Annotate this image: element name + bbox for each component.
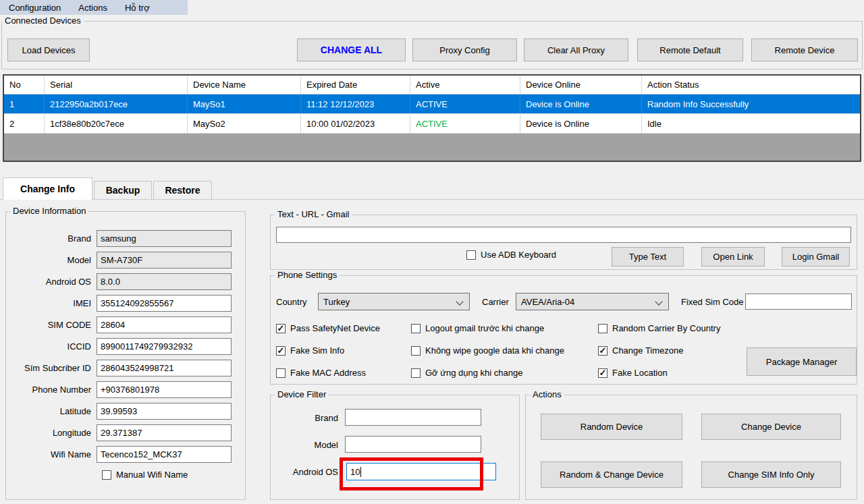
menu-item-actions[interactable]: Actions	[70, 0, 116, 15]
carrier-select-value: AVEA/Aria-04	[521, 297, 574, 307]
menu-item-configuration[interactable]: Configuration	[0, 0, 70, 15]
device-row-1[interactable]: 1 2122950a2b017ece MaySo1 11:12 12/12/20…	[4, 94, 860, 114]
proxy-config-button[interactable]: Proxy Config	[412, 38, 517, 61]
header-cell-no[interactable]: No	[4, 76, 45, 94]
actions-group-label: Actions	[530, 389, 564, 399]
longitude-input[interactable]: 29.371387	[97, 424, 232, 441]
clear-all-proxy-button[interactable]: Clear All Proxy	[524, 38, 628, 61]
field-row-sim-code: SIM CODE 28604	[10, 316, 232, 333]
fake-mac-address-checkbox-label: Fake MAC Address	[290, 368, 366, 378]
fixed-sim-code-label: Fixed Sim Code	[681, 297, 743, 307]
wifi-name-label: Wifi Name	[10, 449, 97, 459]
imei-label: IMEI	[10, 298, 97, 308]
header-cell-action-status[interactable]: Action Status	[642, 76, 860, 94]
devices-table: No Serial Device Name Expired Date Activ…	[3, 74, 861, 162]
random-change-device-button[interactable]: Random & Change Device	[541, 461, 682, 488]
header-cell-expired-date[interactable]: Expired Date	[301, 76, 410, 94]
tab-change-info[interactable]: Change Info	[3, 177, 92, 200]
text-url-gmail-group-label: Text - URL - Gmail	[275, 209, 352, 219]
phone-settings-group: Phone Settings Country Turkey Carrier AV…	[270, 275, 857, 385]
iccid-input[interactable]: 8990011749279932932	[97, 338, 232, 355]
field-row-brand: Brand samsung	[10, 230, 232, 247]
fake-sim-info-checkbox[interactable]: Fake Sim Info	[276, 345, 344, 356]
iccid-label: ICCID	[10, 341, 97, 352]
filter-model-input[interactable]	[345, 436, 481, 453]
fake-mac-address-checkbox-box	[276, 368, 286, 378]
sim-code-input[interactable]: 28604	[97, 316, 232, 333]
device-filter-group-label: Device Filter	[275, 389, 329, 399]
android-os-input[interactable]: 8.0.0	[97, 273, 232, 290]
fixed-sim-code-input[interactable]	[745, 293, 852, 310]
fake-sim-info-checkbox-label: Fake Sim Info	[290, 345, 344, 356]
change-all-button[interactable]: CHANGE ALL	[297, 38, 406, 61]
random-carrier-checkbox-label: Random Carrier By Country	[612, 323, 720, 333]
menu-item-ho-tro[interactable]: Hỗ trợ	[116, 0, 159, 15]
sim-subscriber-input[interactable]: 286043524998721	[97, 360, 232, 376]
header-cell-device-online[interactable]: Device Online	[520, 76, 642, 94]
table-header: No Serial Device Name Expired Date Activ…	[4, 76, 860, 94]
remote-default-button[interactable]: Remote Default	[637, 38, 743, 61]
package-manager-button[interactable]: Package Manager	[747, 347, 857, 376]
field-row-iccid: ICCID 8990011749279932932	[10, 338, 232, 355]
text-url-input[interactable]	[276, 227, 851, 243]
device-row-2[interactable]: 2 1cf38e80b20c7ece MaySo2 10:00 01/02/20…	[4, 114, 860, 134]
manual-wifi-checkbox[interactable]: Manual Wifi Name	[102, 470, 188, 480]
use-adb-keyboard-checkbox[interactable]: Use ADB Keyboard	[466, 250, 556, 260]
fake-mac-address-checkbox[interactable]: Fake MAC Address	[276, 368, 366, 378]
wifi-name-input[interactable]: Tecenco152_MCK37	[97, 446, 232, 463]
tab-backup[interactable]: Backup	[94, 181, 152, 199]
device-information-group-label: Device Information	[10, 206, 88, 216]
random-device-button[interactable]: Random Device	[541, 414, 682, 440]
carrier-select[interactable]: AVEA/Aria-04	[516, 293, 669, 310]
model-input[interactable]: SM-A730F	[97, 252, 232, 269]
filter-brand-input[interactable]	[345, 409, 481, 426]
header-cell-serial[interactable]: Serial	[45, 76, 188, 94]
random-carrier-checkbox[interactable]: Random Carrier By Country	[598, 323, 720, 333]
change-sim-info-only-button[interactable]: Change SIM Info Only	[701, 461, 841, 488]
login-gmail-button[interactable]: Login Gmail	[782, 247, 850, 267]
brand-input[interactable]: samsung	[97, 230, 232, 247]
filter-android-os-value: 10	[350, 467, 360, 477]
pass-safetynet-checkbox[interactable]: Pass SafetyNet Device	[276, 323, 380, 333]
manual-wifi-checkbox-box	[102, 470, 111, 480]
filter-brand-label: Brand	[284, 413, 338, 423]
country-select[interactable]: Turkey	[318, 293, 470, 310]
open-link-button[interactable]: Open Link	[701, 247, 765, 267]
header-cell-device-name[interactable]: Device Name	[188, 76, 301, 94]
load-devices-button[interactable]: Load Devices	[7, 38, 90, 61]
latitude-input[interactable]: 39.99593	[97, 403, 232, 420]
khong-wipe-google-data-checkbox[interactable]: Không wipe google data khi change	[411, 345, 564, 356]
use-adb-keyboard-checkbox-label: Use ADB Keyboard	[481, 250, 556, 260]
tab-restore[interactable]: Restore	[153, 181, 212, 199]
phone-settings-group-label: Phone Settings	[275, 270, 340, 280]
type-text-button[interactable]: Type Text	[612, 247, 684, 267]
table-empty-area	[4, 134, 860, 161]
cell-device-online: Device is Online	[520, 94, 642, 113]
chevron-down-icon	[655, 298, 662, 305]
header-cell-active[interactable]: Active	[410, 76, 520, 94]
pass-safetynet-checkbox-label: Pass SafetyNet Device	[290, 323, 380, 333]
connected-devices-group: Connected Devices Load Devices CHANGE AL…	[1, 21, 863, 69]
filter-android-os-input[interactable]: 10	[346, 463, 496, 480]
manual-wifi-checkbox-label: Manual Wifi Name	[116, 470, 188, 480]
tabstrip-divider	[0, 199, 864, 200]
imei-input[interactable]: 355124092855567	[97, 295, 232, 312]
use-adb-keyboard-checkbox-box	[466, 250, 476, 260]
device-filter-group: Device Filter Brand Model Android OS 10	[270, 395, 520, 500]
go-ung-dung-checkbox[interactable]: Gỡ ứng dụng khi change	[411, 368, 522, 378]
change-timezone-checkbox[interactable]: Change Timezone	[598, 345, 684, 356]
fake-location-checkbox[interactable]: Fake Location	[598, 368, 668, 378]
carrier-label: Carrier	[482, 297, 509, 307]
go-ung-dung-checkbox-label: Gỡ ứng dụng khi change	[425, 368, 522, 378]
field-row-model: Model SM-A730F	[10, 252, 232, 269]
remote-device-button[interactable]: Remote Device	[751, 38, 858, 61]
cell-serial: 1cf38e80b20c7ece	[45, 114, 188, 133]
change-timezone-checkbox-box	[598, 346, 608, 356]
connected-devices-group-label: Connected Devices	[2, 16, 84, 26]
cell-active: ACTIVE	[410, 114, 520, 133]
logout-gmail-checkbox[interactable]: Logout gmail trước khi change	[411, 323, 544, 333]
phone-number-input[interactable]: +90376801978	[97, 381, 232, 398]
khong-wipe-google-data-checkbox-label: Không wipe google data khi change	[425, 345, 564, 356]
cell-device-online: Device is Online	[520, 114, 642, 133]
change-device-button[interactable]: Change Device	[701, 414, 841, 440]
